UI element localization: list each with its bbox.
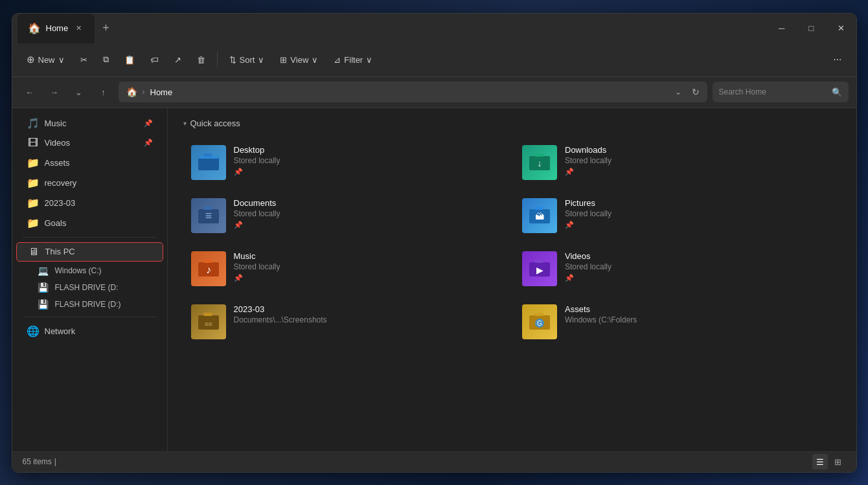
new-button[interactable]: ⊕ New ∨ [20, 51, 71, 69]
sidebar-item-goals-label: Goals [45, 218, 67, 228]
music-name: Music [234, 251, 502, 261]
search-placeholder: Search Home [719, 87, 828, 96]
music-icon: 🎵 [27, 117, 40, 130]
svg-rect-11 [534, 207, 543, 210]
address-dropdown-button[interactable]: ⌄ [675, 87, 681, 96]
svg-text:🏔: 🏔 [535, 211, 544, 221]
view-chevron: ∨ [312, 55, 318, 65]
videos-name: Videos [565, 251, 833, 261]
share-button[interactable]: ↗ [168, 52, 188, 68]
sidebar-item-flash-d2[interactable]: 💾 FLASH DRIVE (D:) [16, 297, 163, 312]
search-icon[interactable]: 🔍 [832, 87, 842, 97]
pictures-pin: 📌 [565, 221, 833, 229]
svg-rect-23 [534, 313, 543, 316]
cut-icon: ✂ [80, 55, 87, 65]
sidebar-item-this-pc[interactable]: 🖥 This PC [16, 242, 163, 262]
sidebar-item-2023[interactable]: 📁 2023-03 [16, 194, 163, 212]
new-tab-button[interactable]: + [95, 14, 117, 43]
downloads-folder-icon: ↓ [522, 145, 557, 180]
up-button[interactable]: ↑ [94, 82, 113, 102]
documents-pin: 📌 [234, 221, 502, 229]
videos-pin: 📌 [565, 274, 833, 282]
sidebar-item-network[interactable]: 🌐 Network [16, 322, 163, 341]
assets-desc: Windows (C:\Folders [565, 315, 833, 324]
2023-file-info: 2023-03 Documents\...\Screenshots [234, 304, 502, 327]
rename-button[interactable]: 🏷 [144, 52, 165, 68]
file-item-music[interactable]: ♪ Music Stored locally 📌 [183, 245, 510, 293]
history-button[interactable]: ⌄ [69, 82, 89, 102]
sidebar-item-flash-d1[interactable]: 💾 FLASH DRIVE (D: [16, 280, 163, 295]
forward-button[interactable]: → [45, 82, 64, 102]
paste-icon: 📋 [124, 55, 135, 65]
address-location: Home [150, 87, 173, 97]
maximize-button[interactable]: □ [797, 14, 827, 43]
svg-text:≡≡: ≡≡ [205, 321, 212, 328]
delete-button[interactable]: 🗑 [190, 52, 212, 68]
back-button[interactable]: ← [20, 82, 40, 102]
svg-text:≡: ≡ [205, 209, 212, 222]
sidebar-item-music[interactable]: 🎵 Music 📌 [16, 114, 163, 133]
file-item-documents[interactable]: ≡ Documents Stored locally 📌 [183, 192, 510, 240]
sort-button[interactable]: ⇅ Sort ∨ [223, 52, 271, 68]
grid-view-button[interactable]: ⊞ [830, 454, 846, 469]
desktop-pin: 📌 [234, 168, 502, 176]
assets-folder-icon-main: G [522, 304, 557, 339]
file-item-downloads[interactable]: ↓ Downloads Stored locally 📌 [514, 139, 841, 186]
toolbar-separator-1 [217, 52, 218, 67]
tab-close-button[interactable]: ✕ [73, 23, 84, 34]
search-box[interactable]: Search Home 🔍 [713, 82, 849, 102]
toolbar: ⊕ New ∨ ✂ ⧉ 📋 🏷 ↗ 🗑 ⇅ Sort ∨ ⊞ Vie [12, 43, 856, 77]
filter-chevron: ∨ [366, 55, 372, 65]
desktop-folder-icon [191, 145, 226, 180]
file-explorer-window: 🏠 Home ✕ + ─ □ ✕ ⊕ New ∨ ✂ ⧉ 📋 🏷 [12, 13, 857, 473]
more-options-button[interactable]: ··· [827, 51, 848, 69]
videos-icon: 🎞 [27, 137, 40, 149]
minimize-button[interactable]: ─ [767, 14, 797, 43]
view-button[interactable]: ⊞ View ∨ [273, 52, 325, 68]
file-item-desktop[interactable]: Desktop Stored locally 📌 [183, 139, 510, 186]
file-item-2023[interactable]: ≡≡ 2023-03 Documents\...\Screenshots [183, 298, 510, 346]
filter-icon: ⊿ [334, 55, 341, 65]
file-item-assets[interactable]: G Assets Windows (C:\Folders [514, 298, 841, 346]
active-tab[interactable]: 🏠 Home ✕ [17, 14, 95, 43]
sidebar-item-videos[interactable]: 🎞 Videos 📌 [16, 134, 163, 152]
svg-rect-5 [534, 153, 543, 157]
documents-desc: Stored locally [234, 209, 502, 218]
desktop-desc: Stored locally [234, 156, 502, 165]
downloads-desc: Stored locally [565, 156, 833, 165]
2023-desc: Documents\...\Screenshots [234, 315, 502, 324]
goals-folder-icon: 📁 [27, 217, 40, 229]
sidebar-item-videos-label: Videos [45, 138, 71, 148]
copy-button[interactable]: ⧉ [97, 51, 115, 68]
tab-home-icon: 🏠 [28, 22, 41, 34]
sidebar-item-assets-label: Assets [45, 158, 70, 168]
sidebar-item-goals[interactable]: 📁 Goals [16, 214, 163, 232]
close-button[interactable]: ✕ [827, 14, 856, 43]
downloads-file-info: Downloads Stored locally 📌 [565, 145, 833, 176]
delete-icon: 🗑 [197, 55, 205, 65]
quick-access-header[interactable]: ▾ Quick access [183, 118, 841, 128]
cut-button[interactable]: ✂ [74, 52, 94, 68]
flash-d1-icon: 💾 [37, 282, 50, 293]
svg-rect-14 [203, 260, 212, 263]
sidebar-item-recovery[interactable]: 📁 recovery [16, 174, 163, 192]
sidebar-item-assets[interactable]: 📁 Assets [16, 153, 163, 172]
refresh-button[interactable]: ↻ [692, 87, 700, 97]
list-view-button[interactable]: ☰ [812, 454, 828, 469]
filter-button[interactable]: ⊿ Filter ∨ [327, 52, 379, 68]
svg-rect-20 [203, 313, 212, 316]
view-toggle-buttons: ☰ ⊞ [812, 454, 846, 469]
music-desc: Stored locally [234, 262, 502, 271]
address-bar[interactable]: 🏠 › Home ⌄ ↻ [119, 82, 707, 102]
sidebar-item-windows-c[interactable]: 💻 Windows (C:) [16, 263, 163, 278]
sort-chevron: ∨ [258, 55, 264, 65]
sort-label: Sort [240, 55, 255, 65]
file-item-pictures[interactable]: 🏔 Pictures Stored locally 📌 [514, 192, 841, 240]
pictures-file-info: Pictures Stored locally 📌 [565, 198, 833, 229]
paste-button[interactable]: 📋 [118, 52, 141, 68]
sidebar: 🎵 Music 📌 🎞 Videos 📌 📁 Assets 📁 recovery… [12, 108, 168, 451]
sidebar-item-flash-d2-label: FLASH DRIVE (D:) [55, 300, 121, 309]
file-item-videos[interactable]: ▶ Videos Stored locally 📌 [514, 245, 841, 293]
files-grid: Desktop Stored locally 📌 ↓ Downloads Sto… [183, 139, 841, 346]
windows-c-icon: 💻 [37, 265, 50, 276]
